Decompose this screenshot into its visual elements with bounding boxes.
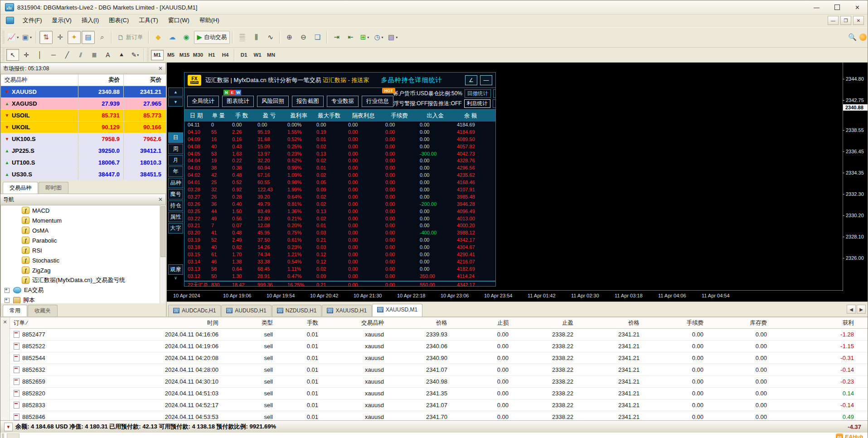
stats-side-年[interactable]: 年 (168, 166, 183, 177)
navigator-scrollbar[interactable] (160, 205, 166, 303)
profiles-button[interactable]: ▣▾ (20, 31, 34, 44)
navigator-item[interactable]: ƒOsMA (1, 225, 166, 235)
scroll-up-button[interactable]: ▲ (168, 88, 183, 97)
stats-nav-全局统计[interactable]: 全局统计 (187, 96, 219, 107)
cursor-tool[interactable]: ↖ (6, 49, 19, 61)
vertical-line-tool[interactable]: │ (34, 49, 46, 61)
order-row[interactable]: 88528202024.04.11 04:51:03sell0.01xauusd… (10, 388, 868, 399)
channel-tool[interactable]: ⫽ (74, 49, 87, 61)
timeframe-mn-button[interactable]: MN (265, 50, 277, 60)
horizontal-line-tool[interactable]: ─ (47, 49, 60, 61)
stats-button-利息统计[interactable]: 利息统计 (464, 99, 490, 108)
order-row[interactable]: 88528332024.04.11 04:52:17sell0.01xauusd… (10, 399, 868, 411)
order-row[interactable]: 88525442024.04.11 04:20:08sell0.01xauusd… (10, 352, 868, 364)
close-icon[interactable]: ✕ (158, 65, 163, 72)
navigator-item[interactable]: ƒZigZag (1, 265, 166, 275)
tab-scroll-left-button[interactable]: ◀ (847, 305, 856, 314)
zoom-in-button[interactable]: ⊕ (283, 31, 296, 44)
column-header-ask[interactable]: 买价 (123, 74, 165, 86)
orders-column-header[interactable]: 库存费 (708, 319, 771, 327)
zoom-out-button[interactable]: ⊖ (297, 31, 310, 44)
menu-item-图表[interactable]: 图表(C) (104, 15, 134, 25)
chart-tab-AUDCADc-H1[interactable]: AUDCADc,H1 (168, 305, 221, 316)
periods-button[interactable]: ◷▾ (372, 31, 385, 44)
column-header-symbol[interactable]: 交易品种 (1, 76, 78, 84)
chart-shift-button[interactable]: ⇤ (344, 31, 357, 44)
stats-side-属性[interactable]: 属性 (168, 212, 183, 222)
trendline-tool[interactable]: ╱ (61, 49, 73, 61)
stats-side-日[interactable]: 日 (168, 132, 183, 143)
expander-icon[interactable] (5, 288, 10, 293)
stats-side-大字[interactable]: 大字 (168, 223, 183, 234)
market-watch-tab-symbols[interactable]: 交易品种 (3, 182, 38, 194)
order-row[interactable]: 88525222024.04.11 04:19:06sell0.01xauusd… (10, 341, 868, 352)
market-watch-toggle[interactable]: ⇅ (39, 31, 53, 44)
orders-column-header[interactable]: 止损 (452, 319, 513, 327)
stats-panel-resize-button[interactable]: ∠ (465, 75, 477, 85)
orders-column-header[interactable]: 止盈 (513, 319, 578, 327)
chart-tab-XAUUSD-H1[interactable]: XAUUSD,H1 (322, 305, 372, 316)
notification-icon[interactable] (859, 34, 867, 41)
orders-column-header[interactable]: 手续费 (644, 319, 708, 327)
menu-item-帮助[interactable]: 帮助(H) (194, 15, 224, 25)
stats-side-月[interactable]: 月 (168, 155, 183, 165)
orders-column-header[interactable]: 价格 (578, 319, 644, 327)
stats-nav-行业信息[interactable]: 行业信息 (362, 96, 393, 107)
timeframe-d1-button[interactable]: D1 (238, 50, 250, 60)
market-watch-tab-tick-chart[interactable]: 即时图 (39, 182, 68, 194)
menu-item-窗口[interactable]: 窗口(W) (163, 15, 194, 25)
search-icon[interactable]: 🔍 (848, 33, 857, 41)
stats-nav-图表统计[interactable]: 图表统计 (222, 96, 254, 107)
column-header-bid[interactable]: 卖价 (78, 74, 123, 86)
menu-item-工具[interactable]: 工具(T) (134, 15, 163, 25)
navigator-tab-common[interactable]: 常用 (3, 305, 27, 316)
bar-chart-button[interactable]: 𝄛 (236, 31, 249, 44)
market-watch-row-ut100.s[interactable]: ▲UT100.S18006.718010.3 (1, 157, 166, 169)
navigator-item[interactable]: ƒParabolic (1, 235, 166, 245)
mdi-close-button[interactable]: ✕ (853, 16, 864, 25)
navigator-item[interactable]: ƒStochastic (1, 255, 166, 265)
timeframe-h4-button[interactable]: H4 (219, 50, 232, 60)
menu-item-插入[interactable]: 插入(I) (77, 15, 104, 25)
data-window-toggle[interactable]: ✛ (53, 31, 67, 44)
stats-side-魔号[interactable]: 魔号 (168, 189, 183, 200)
timeframe-m15-button[interactable]: M15 (178, 50, 191, 60)
new-chart-button[interactable]: 📈▾ (6, 31, 19, 44)
market-watch-row-usoil[interactable]: ▼USOIL85.73185.773 (1, 110, 166, 122)
navigator-item[interactable]: ƒMomentum (1, 215, 166, 225)
scrollbar-thumb[interactable] (160, 206, 165, 257)
text-tool[interactable]: A (102, 49, 114, 61)
close-icon[interactable]: ✕ (3, 319, 7, 325)
orders-column-header[interactable]: 价格 (388, 319, 452, 327)
orders-column-header[interactable]: 类型 (223, 319, 277, 327)
strategy-tester-toggle[interactable]: ⌕ (96, 31, 109, 44)
stats-panel-minimize-button[interactable]: — (480, 75, 492, 85)
market-watch-row-xauusd[interactable]: ▼XAUUSD2340.882341.21 (1, 86, 166, 98)
close-icon[interactable]: ✕ (158, 196, 163, 203)
timeframe-m1-button[interactable]: M1 (151, 50, 164, 60)
market-watch-row-jp225.s[interactable]: ▲JP225.S39250.039412.1 (1, 145, 166, 157)
tile-windows-button[interactable]: ❏ (311, 31, 324, 44)
order-row[interactable]: 88526322024.04.11 04:28:00sell0.01xauusd… (10, 364, 868, 376)
order-row[interactable]: 88526592024.04.11 04:30:10sell0.01xauusd… (10, 376, 868, 388)
price-scale[interactable]: 2344.802342.752338.552336.452334.352332.… (843, 63, 868, 291)
auto-scroll-button[interactable]: ⇥ (330, 31, 343, 44)
expander-icon[interactable] (5, 298, 10, 303)
fibonacci-tool[interactable]: ≣ (88, 49, 101, 61)
candle-chart-button[interactable]: ⫼ (250, 31, 263, 44)
stats-panel-promo[interactable]: 迈汇数据 - 推送家 (323, 76, 369, 84)
market-watch-row-us30.s[interactable]: ▲US30.S38447.038451.5 (1, 169, 166, 180)
order-row[interactable]: 88524772024.04.11 04:16:06sell0.01xauusd… (10, 329, 868, 341)
navigator-item[interactable]: ƒMACD (1, 205, 166, 215)
order-row[interactable]: 88528462024.04.11 04:53:53sell0.01xauusd… (10, 411, 868, 420)
orders-column-header[interactable]: 手数 (277, 319, 323, 327)
stats-button-仓位统计[interactable]: 仓位统计 (493, 89, 496, 98)
navigator-item[interactable]: EA交易 (1, 285, 166, 295)
orders-column-header[interactable]: 获利 (771, 319, 858, 327)
chart-tab-NZDUSD-H1[interactable]: NZDUSD,H1 (272, 305, 322, 316)
stats-side-品种[interactable]: 品种 (168, 178, 183, 188)
stats-side-周[interactable]: 周 (168, 144, 183, 154)
orders-column-header[interactable]: 订单 ∕ (10, 319, 101, 327)
crosshair-tool[interactable]: ✛ (20, 49, 33, 61)
stats-side-观摩[interactable]: 观摩 (168, 264, 183, 275)
